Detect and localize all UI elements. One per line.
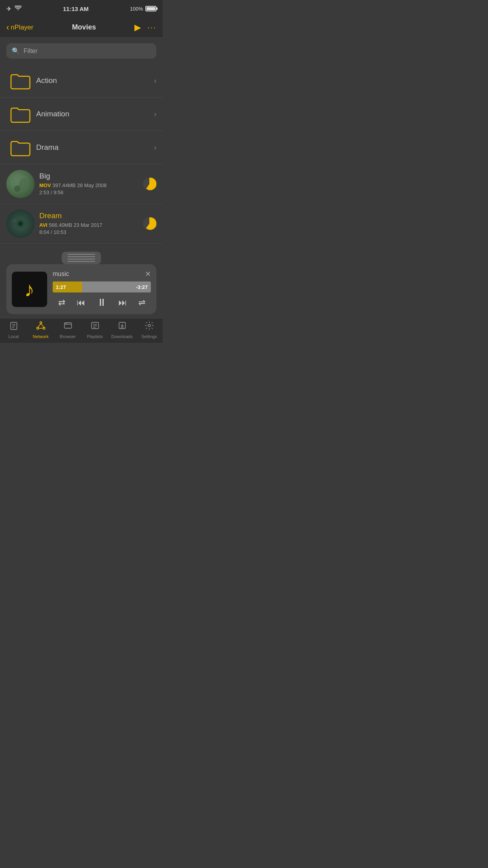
mini-player: ♪ music ✕ 1:27 -3:27 ⇄ ⏮ ⏸ ⏭ ⇌ [6,264,156,314]
file-meta: AVI 566.40MB 23 Mar 2017 8:04 / 10:53 [39,222,142,236]
file-info: Big MOV 397.44MB 28 May 2008 2:53 / 9:56 [39,172,142,196]
svg-point-3 [14,186,20,192]
airplane-icon: ✈ [6,5,11,13]
svg-point-15 [40,322,42,324]
progress-bar[interactable]: 1:27 -3:27 [53,281,151,292]
shuffle-button[interactable]: ⇌ [138,298,145,308]
playlists-icon [90,321,100,333]
repeat-button[interactable]: ⇄ [58,298,65,308]
mini-player-top: ♪ music ✕ 1:27 -3:27 ⇄ ⏮ ⏸ ⏭ ⇌ [12,270,151,309]
search-bar[interactable]: 🔍 Filter [6,43,156,59]
list-item[interactable]: Animation › [0,97,163,131]
close-button[interactable]: ✕ [145,270,151,278]
file-thumbnail [6,210,35,238]
battery-fill [147,7,155,10]
chevron-right-icon: › [154,143,156,152]
file-size-val: 397.44MB [52,182,75,188]
network-icon [36,321,46,333]
drag-line [68,256,95,257]
browser-icon [63,321,73,333]
file-format: MOV [39,182,51,188]
svg-point-17 [43,327,45,329]
search-input[interactable]: Filter [24,48,38,55]
progress-current-time: 1:27 [56,284,66,290]
drag-handle[interactable] [62,252,101,264]
svg-point-24 [66,323,67,324]
svg-point-23 [65,323,66,324]
battery-percent: 100% [130,6,143,12]
file-size-val: 566.40MB [49,222,72,228]
tab-browser[interactable]: Browser [54,321,81,339]
svg-point-16 [37,327,39,329]
svg-line-19 [41,324,44,327]
progress-fill: 1:27 [53,281,82,292]
local-icon [9,321,18,333]
drag-line [68,254,95,255]
list-item[interactable]: Big MOV 397.44MB 28 May 2008 2:53 / 9:56 [0,164,163,204]
tab-settings[interactable]: Settings [136,321,163,339]
album-art: ♪ [12,272,47,307]
tab-network[interactable]: Network [27,321,54,339]
more-options-button[interactable]: ··· [147,23,156,32]
chevron-right-icon: › [154,110,156,118]
player-title-row: music ✕ [53,270,151,278]
svg-point-32 [148,324,150,327]
status-bar: ✈ 11:13 AM 100% [0,0,163,17]
list-item[interactable]: Dream AVI 566.40MB 23 Mar 2017 8:04 / 10… [0,204,163,244]
file-position: 8:04 [39,229,49,235]
back-label: nPlayer [11,24,33,31]
back-button[interactable]: ‹ nPlayer [6,22,33,33]
file-duration: 9:56 [53,189,63,195]
status-time: 11:13 AM [63,6,88,12]
play-all-button[interactable]: ▶ [134,22,141,33]
tab-downloads-label: Downloads [111,334,132,339]
file-date: 28 May 2008 [77,182,106,188]
chevron-right-icon: › [154,77,156,85]
tab-downloads[interactable]: Downloads [108,321,136,339]
tab-playlists[interactable]: Playlists [81,321,108,339]
file-position: 2:53 [39,189,49,195]
tab-local-label: Local [8,334,18,339]
file-date: 23 Mar 2017 [73,222,102,228]
folder-list: Action › Animation › Drama › [0,64,163,248]
file-name: Dream [39,211,142,220]
file-name: Big [39,172,142,180]
tab-playlists-label: Playlists [87,334,103,339]
drag-line [68,259,95,259]
tab-network-label: Network [33,334,48,339]
tab-local[interactable]: Local [0,321,27,339]
battery-icon [145,6,156,11]
file-format: AVI [39,222,48,228]
folder-name: Drama [36,143,154,152]
progress-pie [142,177,156,191]
drag-line [68,261,95,262]
player-controls: ⇄ ⏮ ⏸ ⏭ ⇌ [53,296,151,309]
svg-point-8 [19,222,22,225]
file-info: Dream AVI 566.40MB 23 Mar 2017 8:04 / 10… [39,211,142,236]
tab-bar: Local Network Browser [0,318,163,343]
search-icon: 🔍 [12,47,20,55]
progress-remaining-time: -3:27 [136,284,148,290]
status-right: 100% [130,6,156,12]
svg-line-18 [38,324,41,327]
list-item[interactable]: Drama › [0,131,163,164]
list-item[interactable]: Action › [0,64,163,97]
header: ‹ nPlayer Movies ▶ ··· [0,17,163,38]
file-duration: 10:53 [53,229,66,235]
drag-handle-wrap [0,248,163,264]
back-chevron-icon: ‹ [6,22,9,33]
progress-pie [142,217,156,231]
page-title: Movies [72,23,96,31]
tab-browser-label: Browser [60,334,75,339]
status-left: ✈ [6,5,22,13]
next-button[interactable]: ⏭ [118,298,127,308]
player-title: music [53,270,69,278]
header-actions: ▶ ··· [134,22,156,33]
wifi-icon [15,6,22,12]
previous-button[interactable]: ⏮ [77,298,85,308]
folder-name: Animation [36,110,154,118]
file-meta: MOV 397.44MB 28 May 2008 2:53 / 9:56 [39,182,142,196]
file-thumbnail [6,170,35,198]
folder-icon [6,103,35,125]
pause-button[interactable]: ⏸ [97,296,107,309]
